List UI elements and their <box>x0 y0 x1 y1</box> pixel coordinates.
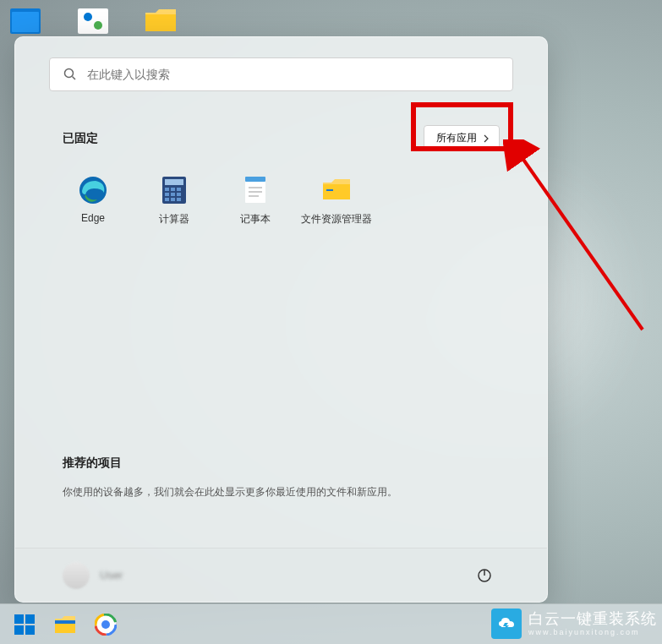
recommended-title: 推荐的项目 <box>63 456 500 471</box>
pinned-title: 已固定 <box>63 131 98 146</box>
desktop-icons-area <box>4 4 182 38</box>
svg-rect-17 <box>165 198 169 201</box>
edge-icon <box>78 175 108 205</box>
svg-rect-35 <box>55 620 75 624</box>
pinned-label: Edge <box>81 212 105 224</box>
svg-line-7 <box>73 77 76 80</box>
svg-rect-10 <box>165 179 183 185</box>
pinned-label: 计算器 <box>159 212 189 226</box>
svg-rect-30 <box>14 614 24 624</box>
chevron-right-icon <box>482 134 490 143</box>
user-avatar-icon <box>63 562 90 589</box>
recommended-section: 推荐的项目 你使用的设备越多，我们就会在此处显示更多你最近使用的文件和新应用。 <box>15 456 547 500</box>
svg-rect-12 <box>171 188 175 191</box>
watermark-main: 白云一键重装系统 <box>528 610 657 629</box>
recommended-text: 你使用的设备越多，我们就会在此处显示更多你最近使用的文件和新应用。 <box>63 484 500 500</box>
all-apps-button[interactable]: 所有应用 <box>424 125 500 151</box>
watermark-sub: www.baiyunxitong.com <box>528 628 657 637</box>
all-apps-label: 所有应用 <box>436 131 477 145</box>
svg-rect-11 <box>165 188 169 191</box>
svg-rect-5 <box>145 14 176 31</box>
svg-point-6 <box>65 69 74 78</box>
pinned-header: 已固定 所有应用 <box>15 125 547 151</box>
desktop-icon-folder[interactable] <box>140 4 182 38</box>
power-icon <box>477 568 492 583</box>
start-footer: User <box>15 548 547 602</box>
svg-rect-2 <box>78 8 108 34</box>
svg-point-3 <box>84 13 92 21</box>
svg-rect-25 <box>323 184 350 199</box>
svg-rect-1 <box>12 12 39 32</box>
watermark: 白云一键重装系统 www.baiyunxitong.com <box>491 609 657 639</box>
pinned-label: 记事本 <box>240 212 271 226</box>
watermark-icon <box>491 609 522 639</box>
start-menu-panel: 已固定 所有应用 Edge 计算器 记事本 <box>14 36 548 603</box>
browser-icon <box>95 614 117 636</box>
power-button[interactable] <box>469 560 500 591</box>
start-button[interactable] <box>7 608 42 641</box>
notepad-icon <box>240 175 271 205</box>
watermark-text: 白云一键重装系统 www.baiyunxitong.com <box>528 610 657 637</box>
folder-icon <box>321 175 352 205</box>
taskbar-browser[interactable] <box>88 608 123 641</box>
svg-point-4 <box>94 21 102 30</box>
svg-rect-13 <box>177 188 181 191</box>
user-profile[interactable]: User <box>63 562 123 589</box>
search-box[interactable] <box>49 57 513 91</box>
pinned-app-calculator[interactable]: 计算器 <box>134 168 215 233</box>
svg-rect-16 <box>177 193 181 196</box>
pinned-label: 文件资源管理器 <box>301 212 372 226</box>
svg-rect-14 <box>165 193 169 196</box>
pinned-apps-grid: Edge 计算器 记事本 文件资源管理器 <box>15 168 547 233</box>
taskbar-explorer[interactable] <box>47 608 83 641</box>
svg-rect-18 <box>171 198 175 201</box>
search-input[interactable] <box>87 68 499 81</box>
svg-point-41 <box>101 620 110 629</box>
pinned-app-explorer[interactable]: 文件资源管理器 <box>296 168 377 233</box>
windows-icon <box>14 614 36 636</box>
folder-icon <box>53 614 77 635</box>
user-name: User <box>100 569 123 581</box>
search-icon <box>63 68 77 81</box>
calculator-icon <box>159 175 189 205</box>
pinned-app-edge[interactable]: Edge <box>52 168 134 233</box>
svg-rect-33 <box>25 625 35 635</box>
desktop-icon-recycle[interactable] <box>4 4 47 38</box>
svg-rect-21 <box>245 177 265 182</box>
svg-rect-32 <box>14 625 24 635</box>
svg-rect-20 <box>245 179 265 203</box>
svg-rect-31 <box>25 614 35 624</box>
svg-rect-15 <box>171 193 175 196</box>
pinned-app-notepad[interactable]: 记事本 <box>215 168 296 233</box>
desktop-icon-control[interactable] <box>72 4 114 38</box>
svg-rect-19 <box>177 198 181 201</box>
svg-rect-26 <box>326 189 333 191</box>
